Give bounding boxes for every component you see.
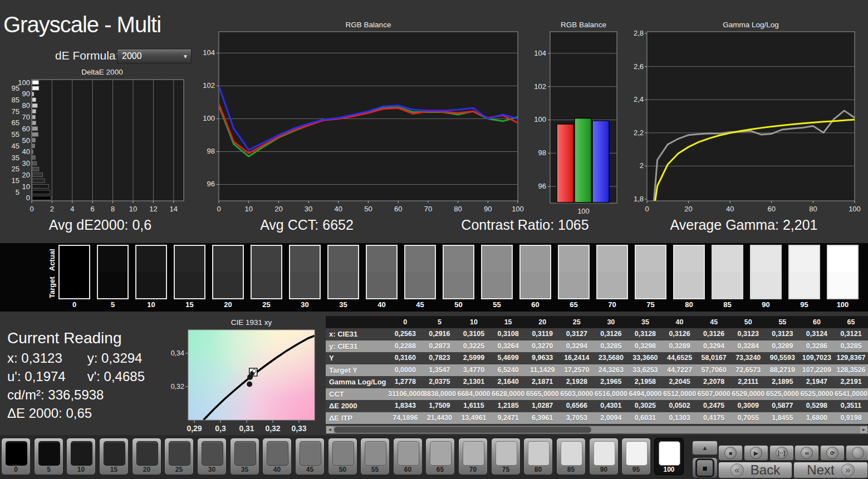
grayscale-patch-button-25[interactable]: 25 xyxy=(164,438,194,475)
grayscale-patch-button-95[interactable]: 95 xyxy=(621,438,651,475)
table-cell: 0,3108 xyxy=(491,328,526,340)
next-button[interactable]: Next » xyxy=(793,462,868,478)
table-cell: 2,1958 xyxy=(628,376,663,388)
swatch-actual-target xyxy=(97,245,129,299)
table-cell: 0,3285 xyxy=(594,340,629,353)
patch-level-label: 30 xyxy=(198,466,226,473)
grayscale-patch-button-70[interactable]: 70 xyxy=(458,438,488,475)
svg-text:RGB Balance: RGB Balance xyxy=(561,21,606,29)
swatch-actual-target xyxy=(519,245,551,299)
table-cell: 6525,0000 xyxy=(766,388,800,401)
grayscale-patch-button-50[interactable]: 50 xyxy=(328,438,357,475)
table-cell: 6516,0000 xyxy=(594,388,629,401)
loop-button[interactable]: ∞ xyxy=(795,445,819,461)
table-cell: 0,3127 xyxy=(560,328,594,340)
scroll-right-arrow-icon[interactable]: ► xyxy=(860,426,867,433)
table-cell: 16,2414 xyxy=(560,352,594,364)
table-cell: 33,3660 xyxy=(628,352,663,364)
table-cell: 0,3225 xyxy=(457,340,491,353)
average-gamma-stat: Average Gamma: 2,201 xyxy=(670,217,818,233)
play-button[interactable]: ▶ xyxy=(744,445,768,461)
full-field-button[interactable]: ■ xyxy=(692,457,718,478)
grayscale-patch-button-75[interactable]: 75 xyxy=(491,438,521,475)
table-cell: 0,3126 xyxy=(663,328,697,340)
patch-level-label: 85 xyxy=(557,466,585,473)
grayscale-patch-button-5[interactable]: 5 xyxy=(34,438,63,475)
swatch-actual-target xyxy=(788,245,820,299)
grayscale-comparison-band: Actual Target 05101520253035404550556065… xyxy=(0,243,868,312)
swatch-level-label: 30 xyxy=(289,300,321,309)
deltae-2000-chart: DeltaE 200002468101214051015202530354045… xyxy=(0,67,192,215)
swatch-actual-target xyxy=(212,245,244,299)
grayscale-patch-button-80[interactable]: 80 xyxy=(523,438,553,475)
grayscale-patch-button-45[interactable]: 45 xyxy=(295,438,325,475)
table-cell: 73,3240 xyxy=(731,352,766,364)
grayscale-patch-button-40[interactable]: 40 xyxy=(262,438,292,475)
table-cell: 0,3025 xyxy=(628,400,663,412)
svg-text:50: 50 xyxy=(364,205,372,213)
gamma-loglog-chart: Gamma Log/Log1,822,22,42,62,802040608010… xyxy=(632,19,868,214)
table-cell: 0,9198 xyxy=(834,412,868,424)
refresh-button[interactable]: ⟳ xyxy=(820,445,845,461)
up-arrow-icon: ▲ xyxy=(702,445,708,451)
patch-level-label: 15 xyxy=(100,466,128,473)
patch-swatch xyxy=(594,441,615,466)
grayscale-patch-button-20[interactable]: 20 xyxy=(132,438,161,475)
swatch-level-label: 55 xyxy=(481,300,513,309)
table-row: CCT31106,00008838,00006684,00006628,0000… xyxy=(326,388,868,401)
swatch-level-label: 40 xyxy=(366,300,398,309)
swatch-level-label: 65 xyxy=(558,300,590,309)
table-cell: 0,6566 xyxy=(560,400,594,412)
scrollbar-thumb[interactable] xyxy=(334,427,591,433)
measurement-table: 05101520253035404550556065x: CIE310,2563… xyxy=(326,316,868,425)
swatch-level-label: 60 xyxy=(519,300,551,309)
grayscale-patch-button-15[interactable]: 15 xyxy=(99,438,129,475)
table-hscrollbar[interactable]: ◄ ► xyxy=(326,426,868,434)
svg-text:70: 70 xyxy=(22,113,30,121)
patch-level-label: 5 xyxy=(35,466,63,473)
record-button[interactable] xyxy=(846,445,868,461)
grayscale-swatch-75: 75 xyxy=(635,245,666,309)
up-arrow-button[interactable]: ▲ xyxy=(692,441,718,455)
patch-swatch xyxy=(430,441,452,466)
table-column-header: 55 xyxy=(766,316,800,328)
patch-swatch xyxy=(38,441,60,466)
svg-text:20: 20 xyxy=(684,205,692,213)
grayscale-patch-button-100[interactable]: 100 xyxy=(654,438,684,475)
table-cell: 0,0000 xyxy=(388,364,423,377)
table-row-label: Gamma Log/Log xyxy=(326,376,388,388)
grayscale-patch-button-60[interactable]: 60 xyxy=(393,438,423,475)
svg-text:0: 0 xyxy=(26,194,30,202)
table-cell: 1,3547 xyxy=(423,364,457,377)
table-header-row: 05101520253035404550556065 xyxy=(326,316,868,328)
table-cell: 57,7060 xyxy=(697,364,731,377)
grayscale-patch-button-0[interactable]: 0 xyxy=(1,438,31,475)
table-cell: 0,3270 xyxy=(525,340,560,353)
table-cell: 6529,0000 xyxy=(731,388,766,401)
svg-text:70: 70 xyxy=(424,205,432,213)
table-column-header: 10 xyxy=(457,316,491,328)
grayscale-patch-button-30[interactable]: 30 xyxy=(197,438,227,475)
grayscale-patch-button-65[interactable]: 65 xyxy=(425,438,455,475)
grayscale-patch-button-10[interactable]: 10 xyxy=(66,438,96,475)
grayscale-swatch-65: 65 xyxy=(558,245,590,309)
grayscale-patch-button-35[interactable]: 35 xyxy=(230,438,259,475)
patch-level-label: 35 xyxy=(231,466,259,473)
table-column-header: 15 xyxy=(491,316,526,328)
scroll-left-arrow-icon[interactable]: ◄ xyxy=(326,426,334,433)
table-cell: 1,8343 xyxy=(388,400,423,412)
table-cell: 0,6031 xyxy=(628,412,663,424)
table-column-header: 30 xyxy=(594,316,629,328)
grayscale-patch-button-90[interactable]: 90 xyxy=(589,438,619,475)
grayscale-patch-button-85[interactable]: 85 xyxy=(556,438,586,475)
stop-button[interactable]: ■ xyxy=(718,445,743,461)
swatch-level-label: 25 xyxy=(251,300,282,309)
pattern-button[interactable]: [··] xyxy=(769,445,794,461)
table-column-header: 35 xyxy=(628,316,663,328)
table-cell: 0,3123 xyxy=(731,328,766,340)
grayscale-patch-button-55[interactable]: 55 xyxy=(360,438,390,475)
table-row-label: ΔE ITP xyxy=(326,412,388,424)
swatch-level-label: 45 xyxy=(404,300,436,309)
de-formula-select[interactable]: 2000 ▼ xyxy=(117,49,192,63)
back-button[interactable]: « Back xyxy=(718,462,792,478)
